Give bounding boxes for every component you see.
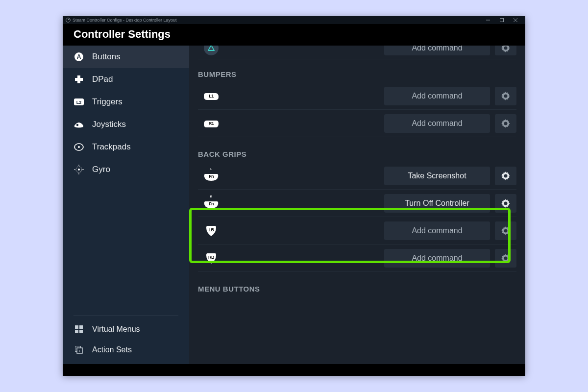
binding-row-l-fn: L Fn Take Screenshot	[198, 162, 516, 190]
gear-icon	[501, 119, 511, 128]
svg-rect-21	[75, 325, 78, 329]
svg-point-12	[78, 146, 80, 148]
gear-icon	[501, 46, 511, 53]
svg-point-34	[504, 201, 508, 205]
a-button-icon: A	[74, 51, 84, 62]
l-fn-grip-icon: L Fn	[204, 171, 219, 181]
command-button[interactable]: Add command	[384, 114, 490, 133]
command-button[interactable]: Add command	[384, 221, 490, 240]
trackpad-icon	[74, 142, 84, 152]
sidebar-item-label: Buttons	[92, 52, 121, 62]
layers-icon: +	[74, 344, 84, 355]
sidebar-item-dpad[interactable]: DPad	[63, 68, 189, 91]
command-button[interactable]: Add command	[384, 249, 490, 268]
window-title: Steam Controller Configs - Desktop Contr…	[73, 18, 177, 23]
sidebar-divider	[74, 316, 178, 316]
svg-rect-22	[79, 325, 83, 329]
svg-rect-3	[500, 19, 504, 22]
binding-row-r-fn: R Fn Turn Off Controller	[198, 190, 516, 217]
binding-row-lb: LB Add command	[198, 217, 516, 245]
gear-icon	[501, 171, 511, 181]
sidebar-item-label: DPad	[92, 74, 113, 84]
gyro-icon	[74, 164, 84, 175]
steam-logo-icon	[66, 18, 71, 23]
gear-icon	[501, 253, 511, 263]
svg-point-15	[78, 169, 80, 171]
content-panel: Add command BUMPERS L1 Add com	[189, 46, 525, 364]
svg-point-33	[504, 174, 508, 177]
body: A Buttons DPad L2 Triggers J	[63, 46, 525, 364]
svg-point-10	[76, 124, 78, 126]
joystick-icon	[74, 119, 84, 130]
sidebar-item-label: Trackpads	[92, 142, 131, 152]
rb-grip-icon: RB	[205, 252, 217, 264]
svg-point-1	[68, 19, 70, 21]
sidebar-item-label: Virtual Menus	[92, 325, 140, 334]
sidebar-item-virtual-menus[interactable]: Virtual Menus	[63, 319, 189, 340]
section-title-menubuttons: MENU BUTTONS	[198, 285, 516, 293]
svg-marker-28	[208, 46, 214, 50]
binding-row-r1: R1 Add command	[198, 110, 516, 137]
gear-icon	[501, 226, 511, 236]
app-window: Steam Controller Configs - Desktop Contr…	[63, 16, 525, 376]
plus-icon	[74, 74, 84, 85]
gear-icon	[501, 91, 511, 101]
sidebar-item-label: Gyro	[92, 165, 110, 174]
svg-rect-23	[75, 330, 78, 333]
settings-button[interactable]	[495, 194, 516, 213]
command-button[interactable]: Take Screenshot	[384, 167, 490, 185]
l1-bumper-icon: L1	[204, 91, 219, 101]
sidebar-item-label: Triggers	[92, 97, 122, 107]
settings-button[interactable]	[495, 167, 516, 185]
titlebar: Steam Controller Configs - Desktop Contr…	[63, 16, 525, 24]
sidebar-item-triggers[interactable]: L2 Triggers	[63, 91, 189, 113]
svg-text:A: A	[77, 53, 81, 60]
gear-icon	[501, 198, 511, 208]
l2-icon: L2	[74, 97, 84, 107]
grid-icon	[74, 324, 84, 335]
binding-row-l1: L1 Add command	[198, 82, 516, 110]
svg-point-32	[504, 122, 508, 125]
sidebar-item-action-sets[interactable]: + Action Sets	[63, 340, 189, 364]
command-button[interactable]: Turn Off Controller	[384, 194, 490, 213]
sidebar-item-label: Action Sets	[92, 345, 132, 354]
sidebar-item-label: Joysticks	[92, 120, 126, 129]
sidebar-item-gyro[interactable]: Gyro	[63, 158, 189, 181]
command-button[interactable]: Add command	[384, 46, 490, 55]
minimize-button[interactable]	[481, 16, 495, 24]
svg-rect-24	[79, 330, 83, 333]
binding-row-rb: RB Add command	[198, 245, 516, 272]
binding-row: Add command	[198, 46, 516, 59]
lb-grip-icon: LB	[205, 225, 217, 237]
settings-button[interactable]	[495, 46, 516, 55]
svg-point-0	[66, 18, 71, 23]
svg-point-30	[504, 47, 508, 50]
command-button[interactable]: Add command	[384, 87, 490, 105]
r1-bumper-icon: R1	[204, 119, 219, 128]
section-title-backgrips: BACK GRIPS	[198, 150, 516, 158]
sidebar-item-trackpads[interactable]: Trackpads	[63, 136, 189, 158]
sidebar-item-buttons[interactable]: A Buttons	[63, 46, 189, 68]
section-title-bumpers: BUMPERS	[198, 70, 516, 78]
close-button[interactable]	[509, 16, 522, 24]
settings-button[interactable]	[495, 114, 516, 133]
settings-button[interactable]	[495, 87, 516, 105]
footer	[63, 364, 525, 376]
r-fn-grip-icon: R Fn	[204, 198, 219, 208]
svg-point-35	[504, 229, 508, 232]
triangle-face-icon	[204, 46, 219, 55]
svg-text:L2: L2	[76, 100, 82, 105]
settings-button[interactable]	[495, 249, 516, 268]
svg-point-36	[504, 256, 508, 260]
page-title: Controller Settings	[63, 24, 525, 46]
svg-point-31	[504, 94, 508, 98]
maximize-button[interactable]	[495, 16, 509, 24]
settings-button[interactable]	[495, 221, 516, 240]
svg-text:+: +	[78, 349, 81, 353]
sidebar: A Buttons DPad L2 Triggers J	[63, 46, 189, 364]
sidebar-item-joysticks[interactable]: Joysticks	[63, 113, 189, 136]
